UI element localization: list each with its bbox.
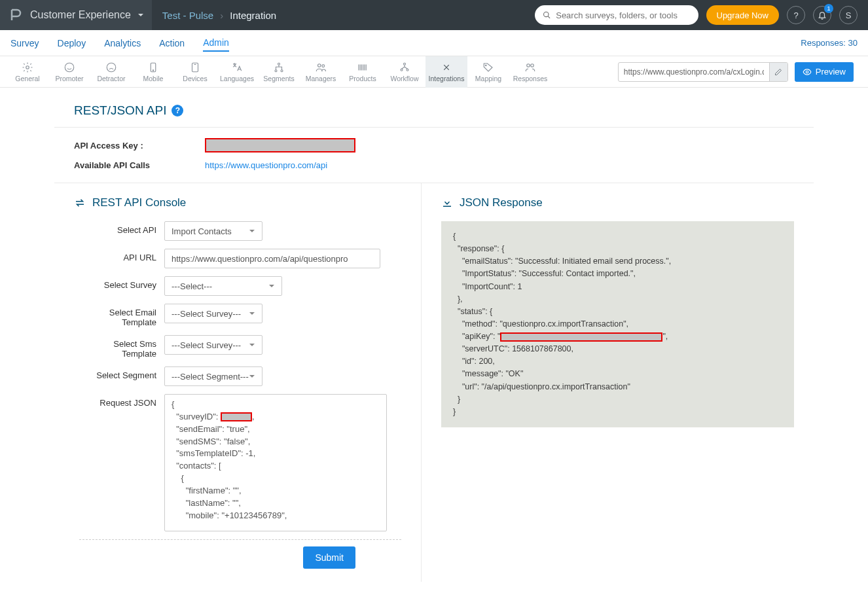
tool-promoter[interactable]: Promoter	[48, 56, 90, 88]
users-icon	[315, 62, 327, 73]
help-icon: ?	[793, 10, 798, 20]
chevron-down-icon	[249, 310, 255, 317]
api-calls-label: Available API Calls	[74, 160, 205, 170]
tool-languages[interactable]: Languages	[216, 56, 258, 88]
request-json-textarea[interactable]: { "surveyID": , "sendEmail": "true", "se…	[164, 394, 387, 531]
page-title: REST/JSON API ?	[74, 103, 794, 118]
svg-point-13	[401, 69, 403, 71]
chevron-down-icon	[137, 12, 144, 18]
select-sms-template[interactable]: ---Select Survey---	[164, 335, 262, 355]
select-survey[interactable]: ---Select---	[164, 276, 282, 296]
response-heading: JSON Response	[441, 196, 794, 209]
api-key-redacted	[500, 332, 662, 342]
select-email-template[interactable]: ---Select Survey---	[164, 304, 262, 323]
eye-icon	[803, 67, 812, 77]
label-select-segment: Select Segment	[79, 366, 164, 386]
tab-admin[interactable]: Admin	[203, 35, 229, 52]
tool-segments[interactable]: Segments	[258, 56, 300, 88]
mobile-icon	[147, 62, 159, 73]
tab-action[interactable]: Action	[159, 35, 185, 51]
api-key-label: API Access Key :	[74, 141, 205, 151]
svg-point-8	[275, 69, 277, 71]
tool-responses[interactable]: Responses	[509, 56, 551, 88]
svg-point-2	[65, 63, 74, 72]
responses-count[interactable]: Responses: 30	[801, 38, 858, 48]
tool-general[interactable]: General	[7, 56, 48, 88]
divider	[79, 539, 401, 540]
svg-point-0	[543, 12, 548, 16]
smile-plus-icon	[63, 62, 75, 73]
workflow-icon	[399, 62, 410, 73]
preview-button[interactable]: Preview	[795, 62, 854, 82]
tool-workflow[interactable]: Workflow	[384, 56, 425, 88]
chevron-down-icon	[249, 373, 255, 380]
svg-point-16	[527, 63, 530, 67]
svg-point-18	[806, 71, 808, 73]
responses-icon	[524, 62, 536, 73]
console-heading: REST API Console	[74, 196, 401, 209]
logo-icon	[8, 7, 24, 23]
integrations-icon	[441, 62, 452, 73]
gear-icon	[22, 62, 33, 73]
brand-switcher[interactable]: Customer Experience	[0, 0, 152, 30]
label-api-url: API URL	[79, 249, 164, 268]
svg-point-9	[281, 69, 283, 71]
tool-devices[interactable]: Devices	[174, 56, 216, 88]
submit-button[interactable]: Submit	[303, 546, 355, 569]
sitemap-icon	[273, 62, 285, 73]
breadcrumb-current: Integration	[230, 10, 276, 21]
svg-point-12	[404, 63, 406, 65]
translate-icon	[231, 62, 243, 73]
share-url-input[interactable]	[619, 67, 769, 77]
barcode-icon	[357, 62, 369, 73]
select-api[interactable]: Import Contacts	[164, 221, 262, 241]
label-request-json: Request JSON	[79, 394, 164, 531]
help-icon[interactable]: ?	[172, 105, 183, 116]
svg-point-3	[107, 63, 116, 72]
svg-point-10	[318, 63, 321, 67]
tool-mobile[interactable]: Mobile	[132, 56, 174, 88]
api-url-input[interactable]	[164, 249, 380, 268]
breadcrumb-root[interactable]: Test - Pulse	[162, 10, 213, 21]
pencil-icon	[774, 68, 782, 76]
label-select-api: Select API	[79, 221, 164, 241]
main-content: REST/JSON API ? API Access Key : Availab…	[48, 88, 820, 582]
tool-managers[interactable]: Managers	[300, 56, 342, 88]
chevron-down-icon	[268, 283, 275, 289]
tag-icon	[482, 62, 494, 73]
tab-deploy[interactable]: Deploy	[58, 35, 86, 51]
chevron-down-icon	[249, 342, 255, 348]
search-input[interactable]	[556, 10, 690, 20]
label-select-survey: Select Survey	[79, 276, 164, 296]
swap-icon	[74, 197, 86, 209]
admin-toolbar: General Promoter Detractor Mobile Device…	[0, 56, 868, 88]
chevron-right-icon: ›	[220, 10, 223, 21]
svg-point-11	[322, 64, 325, 67]
json-response-block: { "response": { "emailStatus": "Successf…	[441, 221, 794, 427]
select-segment[interactable]: ---Select Segment---	[164, 366, 262, 386]
survey-id-redacted	[221, 412, 252, 421]
tab-survey[interactable]: Survey	[10, 35, 39, 51]
top-bar: Customer Experience Test - Pulse › Integ…	[0, 0, 868, 30]
edit-url-button[interactable]	[769, 63, 787, 81]
frown-icon	[105, 62, 117, 73]
svg-point-15	[486, 65, 487, 66]
tab-analytics[interactable]: Analytics	[104, 35, 141, 51]
chevron-down-icon	[249, 228, 255, 234]
tool-products[interactable]: Products	[342, 56, 384, 88]
search-box[interactable]	[535, 5, 698, 25]
tool-detractor[interactable]: Detractor	[90, 56, 132, 88]
help-button[interactable]: ?	[787, 6, 805, 24]
tool-integrations[interactable]: Integrations	[425, 56, 467, 88]
avatar[interactable]: S	[839, 6, 858, 24]
share-url-box	[618, 62, 788, 82]
api-calls-link[interactable]: https://www.questionpro.com/api	[205, 160, 327, 170]
tool-mapping[interactable]: Mapping	[467, 56, 509, 88]
upgrade-button[interactable]: Upgrade Now	[706, 5, 780, 25]
brand-label: Customer Experience	[30, 9, 131, 21]
devices-icon	[189, 62, 201, 73]
download-icon	[441, 197, 453, 209]
svg-point-7	[278, 63, 280, 65]
nav-tabs: Survey Deploy Analytics Action Admin Res…	[0, 30, 868, 56]
notifications-button[interactable]: 1	[813, 6, 831, 24]
